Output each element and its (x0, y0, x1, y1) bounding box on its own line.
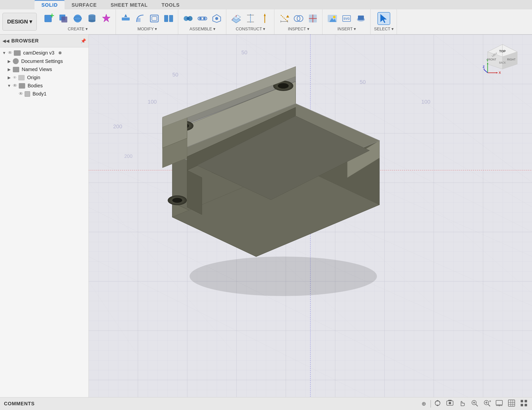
combine-icon[interactable] (100, 12, 113, 25)
statusbar-divider (430, 400, 431, 408)
root-eye-icon[interactable]: 👁 (8, 50, 12, 56)
body1-label: Body1 (33, 91, 47, 97)
pan-tool-icon[interactable] (458, 399, 466, 409)
design-button[interactable]: DESIGN ▾ (2, 13, 37, 31)
assemble-group: ASSEMBLE (179, 9, 226, 34)
svg-point-23 (203, 17, 206, 20)
svg-rect-14 (150, 15, 158, 22)
toolbar: SOLID SURFACE SHEET METAL TOOLS DESIGN ▾ (0, 0, 532, 35)
interference-icon[interactable] (292, 12, 305, 25)
motion-link-icon[interactable] (196, 12, 209, 25)
inspect-label[interactable]: INSPECT (288, 26, 309, 32)
offset-plane-icon[interactable] (230, 12, 243, 25)
measure-icon[interactable] (278, 12, 291, 25)
split-icon[interactable] (162, 12, 175, 25)
svg-text:Y: Y (486, 59, 489, 62)
zoom-in-icon[interactable]: + (483, 399, 491, 409)
svg-rect-136 (448, 400, 452, 401)
comments-label[interactable]: COMMENTS (4, 401, 422, 407)
assemble-icons (182, 12, 223, 25)
modify-group: MODIFY (116, 9, 178, 34)
axis-icon[interactable] (258, 12, 271, 25)
construct-label[interactable]: CONSTRUCT (236, 26, 265, 32)
camera-tool-icon[interactable] (446, 399, 454, 409)
svg-rect-16 (164, 15, 168, 22)
tree-item-named-views[interactable]: ▶ Named Views (0, 65, 89, 74)
statusbar-tools: + (433, 399, 528, 409)
body1-eye-icon[interactable]: 👁 (19, 91, 23, 96)
decal-icon[interactable] (355, 12, 367, 25)
insert-label[interactable]: INSERT (337, 26, 356, 32)
svg-rect-13 (137, 18, 141, 22)
shell-icon[interactable] (148, 12, 161, 25)
svg-text:RIGHT: RIGHT (507, 58, 516, 61)
view-modes-icon[interactable] (520, 399, 528, 409)
bodies-eye-icon[interactable]: 👁 (13, 83, 17, 88)
svg-text:+: + (489, 399, 491, 403)
create-group: CREATE (40, 9, 116, 34)
svg-text:BACK: BACK (499, 61, 506, 64)
svg-rect-154 (521, 400, 523, 402)
browser-pin-icon[interactable]: 📌 (81, 38, 86, 44)
insert-svg-icon[interactable]: SVG (340, 12, 353, 25)
svg-line-38 (281, 15, 288, 21)
fillet-icon[interactable] (134, 12, 146, 25)
new-component-icon[interactable] (43, 12, 55, 25)
create-label[interactable]: CREATE (68, 26, 88, 32)
svg-point-80 (190, 257, 377, 296)
tab-solid[interactable]: SOLID (35, 0, 65, 9)
svg-rect-17 (169, 15, 173, 22)
svg-text:50: 50 (172, 72, 178, 78)
design-arrow-icon: ▾ (29, 19, 32, 25)
svg-rect-155 (525, 400, 527, 402)
origin-label: Origin (27, 75, 40, 80)
svg-text:SVG: SVG (344, 17, 350, 20)
select-icon[interactable] (377, 12, 390, 25)
tree-item-doc-settings[interactable]: ▶ Document Settings (0, 57, 89, 65)
as-built-joint-icon[interactable] (210, 12, 223, 25)
view-cube[interactable]: TOP FRONT RIGHT BACK LEFT X Y Z (483, 42, 522, 76)
tree-item-bodies[interactable]: ▼ 👁 Bodies (0, 82, 89, 90)
svg-marker-12 (124, 14, 127, 17)
root-doc-icon (14, 50, 21, 56)
tab-sheet-metal[interactable]: SHEET METAL (104, 1, 155, 9)
orbit-tool-icon[interactable] (433, 399, 442, 409)
origin-chevron-icon: ▶ (7, 75, 11, 80)
joint-icon[interactable] (182, 12, 195, 25)
insert-image-icon[interactable] (326, 12, 339, 25)
tab-tools[interactable]: TOOLS (155, 1, 187, 9)
grid-toggle-icon[interactable] (507, 399, 516, 409)
browser-collapse-icon[interactable]: ◀◀ (2, 38, 9, 44)
sidebar: ◀◀ BROWSER 📌 ▼ 👁 camDesign v3 ⏺ ▶ Docume… (0, 35, 89, 397)
svg-point-104 (172, 198, 182, 203)
svg-marker-10 (102, 14, 110, 22)
zoom-fit-icon[interactable] (470, 399, 479, 409)
tree-item-root[interactable]: ▼ 👁 camDesign v3 ⏺ (0, 49, 89, 57)
body1-body-icon (25, 91, 30, 97)
add-comment-button[interactable]: ⊕ (422, 401, 426, 407)
sphere-icon[interactable] (71, 12, 84, 25)
viewport[interactable]: 50 50 100 50 100 200 (89, 35, 532, 397)
section-analysis-icon[interactable] (306, 12, 319, 25)
push-pull-icon[interactable] (119, 12, 132, 25)
modify-label[interactable]: MODIFY (138, 26, 157, 32)
tree-item-origin[interactable]: ▶ 👁 Origin (0, 74, 89, 82)
extrude-icon[interactable] (57, 12, 70, 25)
assemble-label[interactable]: ASSEMBLE (190, 26, 215, 32)
tools-row: DESIGN ▾ (0, 9, 532, 34)
origin-eye-icon[interactable]: 👁 (13, 75, 17, 80)
svg-point-135 (449, 402, 451, 404)
root-label: camDesign v3 (23, 50, 54, 56)
tree-item-body1[interactable]: 👁 Body1 (0, 90, 89, 98)
midplane-icon[interactable] (244, 12, 257, 25)
svg-marker-123 (496, 72, 498, 74)
svg-text:200: 200 (113, 123, 122, 130)
create-icons (43, 12, 113, 25)
svg-point-9 (89, 20, 95, 22)
svg-text:50: 50 (360, 79, 366, 85)
display-mode-icon[interactable] (495, 399, 503, 409)
cylinder-icon[interactable] (86, 12, 98, 25)
svg-line-142 (488, 404, 490, 406)
tab-surface[interactable]: SURFACE (65, 1, 104, 9)
select-label[interactable]: SELECT (374, 26, 394, 32)
